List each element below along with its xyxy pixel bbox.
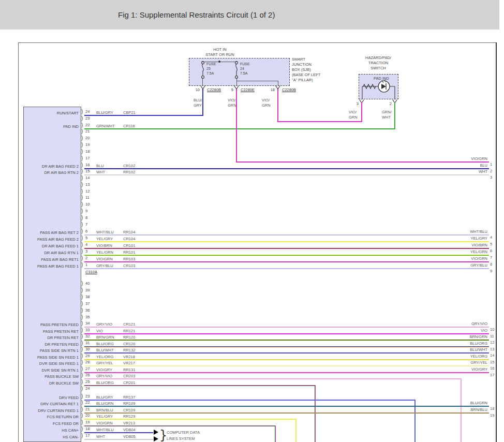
right-pin-number: 4 [490, 235, 492, 240]
pin-number: 10 [85, 202, 90, 207]
wire-segment [278, 81, 278, 86]
pin-number: 14 [85, 175, 90, 180]
pad-ind-circuit-icon [360, 79, 398, 99]
wire-segment [315, 385, 316, 442]
pin-number: 26 [85, 373, 90, 377]
pin-bracket-icon: ) [81, 315, 83, 320]
left-pin-label: PASS AIR BAG RET 2 [24, 230, 79, 235]
pin-number: 37 [85, 301, 90, 306]
pin-bracket-icon: ) [81, 353, 83, 359]
right-pin-number: 3 [490, 175, 492, 180]
right-wire-name: GRY/BLU [446, 263, 487, 268]
circuit-number: VDB04 [123, 428, 136, 432]
pin-number: 38 [85, 294, 90, 299]
wire-color-name: YEL/GRY [96, 237, 113, 241]
pin-bracket-icon: ) [81, 202, 83, 207]
pin-bracket-icon: ) [81, 195, 83, 200]
right-wire-name: GRY/VIO [446, 321, 487, 326]
circuit-number: RR131 [123, 367, 135, 372]
wire-segment [84, 400, 416, 401]
wire-color-name: VIO/GRN [96, 421, 113, 425]
wire-color-name: VIO/ [349, 110, 357, 114]
left-pin-label: PASS AIR BAG FEED 2 [24, 237, 79, 242]
pin-number: 28 [85, 360, 90, 364]
pin-number: 1 [85, 262, 87, 267]
right-wire-name: VIO/GRY [446, 367, 487, 372]
wire-color-name: BLU/GRY [96, 110, 113, 115]
right-wire-name: BLU/ORG [446, 341, 487, 346]
fuse-icon [200, 60, 206, 80]
right-wire-name: VIO/GRN [446, 156, 487, 161]
circuit-number: RR109 [123, 401, 135, 406]
wire-segment [84, 352, 489, 353]
pin-bracket-icon: ) [81, 400, 83, 405]
circuit-number: RR129 [123, 414, 135, 419]
pin-bracket-icon: ) [81, 294, 83, 300]
pin-bracket-icon: ) [81, 175, 83, 181]
pin-number: 40 [85, 281, 90, 286]
wire-color-name: GRY/BLU [96, 263, 113, 268]
hazard-switch-label: TRACTION [352, 61, 404, 65]
wire-color-name: WHT/BLU [96, 428, 114, 432]
wire-color-name: BLU [96, 164, 104, 168]
pin-bracket-icon: ) [81, 182, 83, 187]
pin-number: 36 [85, 308, 90, 313]
wire-color-name: GRN/WHT [96, 124, 115, 128]
wire-color-name: GRN/ [382, 110, 392, 114]
pin-number: 25 [85, 379, 90, 384]
pin-number: 16 [85, 163, 90, 167]
circuit-number: CR109 [123, 408, 135, 412]
right-pin-number: 19 [490, 413, 494, 418]
connector-link[interactable]: C2280E [241, 87, 255, 92]
left-pin-label: PASS PRETEN FEED [24, 322, 79, 327]
pin-number: 15 [85, 169, 90, 173]
pin-number: 13 [85, 182, 90, 187]
right-wire-name: BLU/GRN [446, 401, 487, 405]
left-pin-label: DR AIR BAG FEED 1 [24, 244, 79, 248]
connector-link[interactable]: C2280B [282, 87, 296, 92]
right-pin-number: 15 [490, 360, 494, 364]
right-pin-number: 13 [490, 347, 494, 351]
pin-bracket-icon: ) [81, 420, 83, 425]
connector-link[interactable]: C2280B [207, 87, 221, 92]
wire-segment [275, 425, 276, 442]
wire-color-name: YEL/GRN [96, 250, 113, 255]
pin-bracket-icon: ) [81, 308, 83, 313]
fuse-label: 24 [240, 66, 244, 71]
pin-number: 8 [85, 215, 87, 220]
restraints-module-connector-box [23, 107, 81, 442]
wire-color-name: VIO/BRN [96, 243, 112, 248]
right-wire-name: YEL/GRN [446, 249, 487, 254]
diagram-canvas: HOT IN START OR RUN SMART JUNCTION BOX (… [0, 0, 504, 442]
right-wire-name: YEL/ORG [446, 354, 487, 359]
pin-bracket-icon: ) [81, 242, 83, 247]
wire-segment [84, 378, 462, 379]
hot-in-label: HOT IN [189, 47, 251, 52]
circuit-number: RR101 [123, 250, 135, 255]
right-wire-name: VIO/BRN [446, 243, 487, 247]
pin-bracket-icon: ) [81, 129, 83, 134]
left-pin-label: HS CAN+ [24, 428, 79, 433]
pin-bracket-icon: ) [81, 249, 83, 254]
pin-bracket-icon: ) [81, 379, 83, 385]
pin-bracket-icon: ) [81, 169, 83, 174]
connector-link[interactable]: C310A [85, 270, 97, 274]
left-pin-label: PASS SIDE SN RTN 1 [24, 348, 79, 353]
page-border-left [18, 42, 19, 442]
pin-number: 23 [85, 116, 90, 121]
wire-color-name: GRY/VIO [96, 322, 112, 327]
pin-number: 23 [85, 394, 90, 399]
wire-segment [84, 359, 489, 360]
left-pin-label: DR PRETEN RET [24, 335, 79, 340]
wire-color-name: YEL/GRY [96, 414, 113, 419]
fuse-label: 25 [206, 66, 211, 71]
right-wire-name: VIO [446, 328, 487, 333]
pin-number: 35 [85, 315, 90, 319]
wire-segment [236, 81, 278, 81]
right-pin-number: 1 [490, 162, 492, 167]
wire-color-name: VIO/GRN [96, 257, 113, 261]
left-pin-label: FCS FEED DR [24, 421, 79, 426]
circuit-number: CR120 [123, 342, 135, 346]
left-pin-label: DR AIR BAG RTN 1 [24, 251, 79, 255]
wire-segment [236, 89, 237, 163]
